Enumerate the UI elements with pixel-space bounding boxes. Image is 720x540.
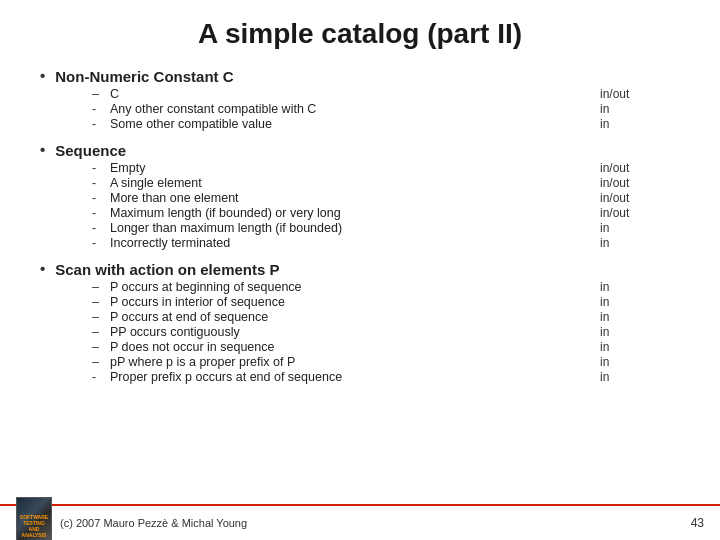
item-right: in/out: [600, 176, 680, 190]
item-text: P occurs at beginning of sequence: [110, 280, 600, 294]
list-item: - A single element in/out: [92, 176, 680, 190]
item-text: Maximum length (if bounded) or very long: [110, 206, 600, 220]
list-item: - Any other constant compatible with C i…: [92, 102, 680, 116]
list-item: - Longer than maximum length (if bounded…: [92, 221, 680, 235]
item-text: More than one element: [110, 191, 600, 205]
item-text: Incorrectly terminated: [110, 236, 600, 250]
item-text: Longer than maximum length (if bounded): [110, 221, 600, 235]
slide: A simple catalog (part II) • Non-Numeric…: [0, 0, 720, 540]
dash: -: [92, 370, 102, 384]
item-right: in/out: [600, 87, 680, 101]
item-text: pP where p is a proper prefix of P: [110, 355, 600, 369]
dash: -: [92, 206, 102, 220]
section-1-header: • Non-Numeric Constant C: [40, 68, 680, 85]
footer-left: SOFTWARE TESTING AND ANALYSIS (c) 2007 M…: [16, 501, 247, 540]
content-area: • Non-Numeric Constant C – C in/out - An…: [40, 68, 680, 500]
item-right: in: [600, 325, 680, 339]
dash: –: [92, 87, 102, 101]
page-number: 43: [691, 516, 704, 530]
list-item: - Proper prefix p occurs at end of seque…: [92, 370, 680, 384]
section-2-label: Sequence: [55, 142, 126, 159]
bullet-3: •: [40, 261, 45, 276]
dash: -: [92, 176, 102, 190]
item-text: Empty: [110, 161, 600, 175]
item-text: Some other compatible value: [110, 117, 600, 131]
section-2: • Sequence - Empty in/out - A single ele…: [40, 142, 680, 251]
item-right: in: [600, 236, 680, 250]
section-1-label: Non-Numeric Constant C: [55, 68, 233, 85]
book-cover: SOFTWARE TESTING AND ANALYSIS: [16, 497, 52, 540]
item-text: P occurs in interior of sequence: [110, 295, 600, 309]
item-right: in: [600, 370, 680, 384]
list-item: - Incorrectly terminated in: [92, 236, 680, 250]
dash: -: [92, 236, 102, 250]
dash: –: [92, 355, 102, 369]
slide-title: A simple catalog (part II): [40, 18, 680, 50]
dash: -: [92, 117, 102, 131]
item-text: C: [110, 87, 600, 101]
item-text: A single element: [110, 176, 600, 190]
list-item: – C in/out: [92, 87, 680, 101]
book-title: SOFTWARE TESTING AND ANALYSIS: [17, 512, 51, 540]
item-text: Any other constant compatible with C: [110, 102, 600, 116]
list-item: – P occurs in interior of sequence in: [92, 295, 680, 309]
item-right: in: [600, 221, 680, 235]
dash: -: [92, 221, 102, 235]
item-right: in: [600, 280, 680, 294]
section-1: • Non-Numeric Constant C – C in/out - An…: [40, 68, 680, 132]
list-item: – P does not occur in sequence in: [92, 340, 680, 354]
item-right: in/out: [600, 161, 680, 175]
item-text: P does not occur in sequence: [110, 340, 600, 354]
dash: -: [92, 191, 102, 205]
item-text: Proper prefix p occurs at end of sequenc…: [110, 370, 600, 384]
copyright-text: (c) 2007 Mauro Pezzè & Michal Young: [60, 517, 247, 529]
list-item: – PP occurs contiguously in: [92, 325, 680, 339]
dash: –: [92, 340, 102, 354]
book-cover-image: SOFTWARE TESTING AND ANALYSIS: [17, 498, 51, 540]
item-right: in: [600, 102, 680, 116]
section-3-label: Scan with action on elements P: [55, 261, 279, 278]
dash: –: [92, 310, 102, 324]
dash: –: [92, 295, 102, 309]
list-item: - More than one element in/out: [92, 191, 680, 205]
item-right: in: [600, 117, 680, 131]
section-3-items: – P occurs at beginning of sequence in –…: [92, 280, 680, 384]
item-text: P occurs at end of sequence: [110, 310, 600, 324]
item-right: in: [600, 295, 680, 309]
list-item: – P occurs at beginning of sequence in: [92, 280, 680, 294]
section-1-items: – C in/out - Any other constant compatib…: [92, 87, 680, 131]
section-2-items: - Empty in/out - A single element in/out…: [92, 161, 680, 250]
section-2-header: • Sequence: [40, 142, 680, 159]
list-item: - Some other compatible value in: [92, 117, 680, 131]
dash: -: [92, 102, 102, 116]
section-3: • Scan with action on elements P – P occ…: [40, 261, 680, 385]
item-right: in/out: [600, 206, 680, 220]
item-right: in: [600, 310, 680, 324]
dash: –: [92, 325, 102, 339]
bullet-2: •: [40, 142, 45, 157]
list-item: – P occurs at end of sequence in: [92, 310, 680, 324]
item-right: in: [600, 355, 680, 369]
section-3-header: • Scan with action on elements P: [40, 261, 680, 278]
dash: –: [92, 280, 102, 294]
list-item: - Empty in/out: [92, 161, 680, 175]
bullet-1: •: [40, 68, 45, 83]
item-text: PP occurs contiguously: [110, 325, 600, 339]
footer: SOFTWARE TESTING AND ANALYSIS (c) 2007 M…: [0, 504, 720, 540]
list-item: – pP where p is a proper prefix of P in: [92, 355, 680, 369]
dash: -: [92, 161, 102, 175]
item-right: in: [600, 340, 680, 354]
item-right: in/out: [600, 191, 680, 205]
list-item: - Maximum length (if bounded) or very lo…: [92, 206, 680, 220]
